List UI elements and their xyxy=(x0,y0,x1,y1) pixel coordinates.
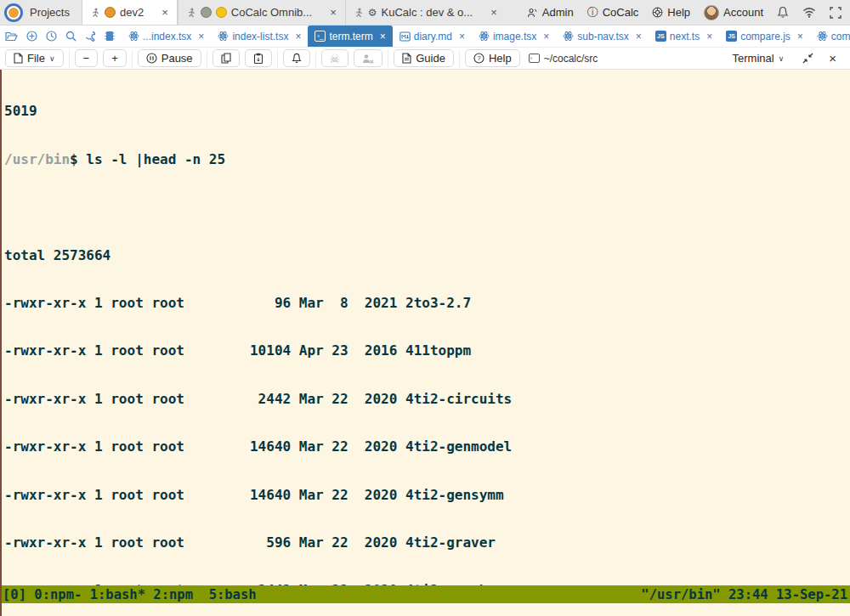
file-tab-diary-md[interactable]: diary.md × xyxy=(393,25,472,47)
file-menu-label: File xyxy=(27,52,45,65)
file-tab-next-ts[interactable]: next.ts × xyxy=(649,25,719,47)
help-label: Help xyxy=(489,52,512,65)
search-icon[interactable] xyxy=(65,31,76,42)
react-icon xyxy=(817,31,828,42)
terminal-frame: 5019 /usr/bin$ ls -l |head -n 25 total 2… xyxy=(0,70,850,616)
terminal-line: -rwxr-xr-x 1 root root 96 Mar 8 2021 2to… xyxy=(4,296,850,312)
bell-button[interactable] xyxy=(283,49,310,67)
pause-button[interactable]: Pause xyxy=(138,49,201,67)
terminal-line: -rwxr-xr-x 1 root root 2442 Mar 22 2020 … xyxy=(4,392,850,408)
close-icon[interactable]: × xyxy=(380,31,386,42)
help-link[interactable]: Help xyxy=(652,6,690,19)
file-tab-label: term.term xyxy=(329,31,372,42)
chevron-down-icon: ∨ xyxy=(779,54,785,63)
react-icon xyxy=(479,31,490,42)
help-button[interactable]: ? Help xyxy=(465,49,520,67)
fullscreen-icon[interactable] xyxy=(830,7,842,19)
terminal-path: ~/cocalc/src xyxy=(529,53,598,65)
people-icon xyxy=(527,8,538,18)
close-icon[interactable]: × xyxy=(636,31,642,42)
frame-toolbar: File ∨ − + Pause ☠ Guide ? Help ~/cocalc… xyxy=(0,48,850,70)
wifi-icon[interactable] xyxy=(802,7,816,18)
file-tab-image-tsx[interactable]: image.tsx × xyxy=(472,25,556,47)
terminal-line: -rwxr-xr-x 1 root root 14640 Mar 22 2020… xyxy=(4,439,850,455)
history-clock-icon[interactable] xyxy=(46,31,57,42)
server-chip-icon[interactable] xyxy=(105,31,115,42)
kill-button[interactable]: ☠ xyxy=(321,49,349,67)
frame-type-dropdown[interactable]: Terminal ∨ xyxy=(729,49,788,67)
cocalc-label: CoCalc xyxy=(603,6,639,19)
svg-text:?: ? xyxy=(477,54,481,62)
pause-icon xyxy=(146,53,157,64)
file-menu-button[interactable]: File ∨ xyxy=(5,49,64,67)
close-tab-icon[interactable]: × xyxy=(490,6,497,19)
toolbar-right: Terminal ∨ × xyxy=(729,49,845,67)
cocalc-info-link[interactable]: ⓘ CoCalc xyxy=(587,5,639,20)
file-tab-label: diary.md xyxy=(414,31,452,42)
file-icon xyxy=(14,53,23,64)
terminal-command-line: /usr/bin$ ls -l |head -n 25 xyxy=(4,152,850,168)
info-circle-icon: ⓘ xyxy=(587,5,598,20)
bell-icon[interactable] xyxy=(777,6,789,19)
file-tab-term-term[interactable]: term.term × xyxy=(308,25,392,47)
file-actions xyxy=(0,25,122,47)
file-tab-label: sub-nav.tsx xyxy=(577,31,628,42)
project-tab-dev2[interactable]: dev2 × xyxy=(82,0,178,25)
zoom-in-button[interactable]: + xyxy=(103,49,127,67)
project-tab-kucalc[interactable]: ⚙ KuCalc : dev & o... × xyxy=(345,0,506,25)
cocalc-logo-icon[interactable] xyxy=(4,3,23,22)
paste-button[interactable] xyxy=(245,49,272,67)
skull-icon: ☠ xyxy=(330,52,341,65)
js-file-icon xyxy=(655,31,666,42)
file-tabs-bar: ...index.tsx × index-list.tsx × term.ter… xyxy=(0,25,850,48)
close-icon[interactable]: × xyxy=(295,31,301,42)
file-tab-compare-tsx[interactable]: compare.tsx × xyxy=(810,25,850,47)
shrink-frame-icon[interactable] xyxy=(802,53,813,64)
file-tab-compare-js[interactable]: compare.js × xyxy=(719,25,810,47)
disconnect-users-button[interactable] xyxy=(354,49,382,67)
admin-label: Admin xyxy=(542,6,574,19)
close-tab-icon[interactable]: × xyxy=(162,6,168,19)
question-circle-icon: ? xyxy=(473,53,484,64)
file-tab-sub-nav[interactable]: sub-nav.tsx × xyxy=(556,25,648,47)
account-link[interactable]: Account xyxy=(704,5,763,20)
close-icon[interactable]: × xyxy=(543,31,549,42)
file-tab-index-tsx[interactable]: ...index.tsx × xyxy=(122,25,211,47)
terminal[interactable]: 5019 /usr/bin$ ls -l |head -n 25 total 2… xyxy=(2,70,850,585)
terminal-line xyxy=(4,200,850,216)
guide-button[interactable]: Guide xyxy=(394,49,454,67)
terminal-icon xyxy=(529,54,540,63)
close-icon[interactable]: × xyxy=(797,31,803,42)
copy-button[interactable] xyxy=(212,49,240,67)
react-icon xyxy=(128,31,139,42)
guide-file-icon xyxy=(402,53,411,64)
admin-link[interactable]: Admin xyxy=(527,6,574,19)
paste-icon xyxy=(253,53,264,64)
project-tab-cocalc-omnibus[interactable]: CoCalc Omnib... × xyxy=(178,0,345,25)
close-tab-icon[interactable]: × xyxy=(330,6,337,19)
running-user-icon xyxy=(354,8,364,18)
terminal-line: -rwxr-xr-x 1 root root 596 Mar 22 2020 4… xyxy=(4,535,850,551)
terminal-line: 5019 xyxy=(4,104,850,120)
file-tab-label: compare.js xyxy=(740,31,790,42)
chevron-down-icon: ∨ xyxy=(49,54,55,63)
close-frame-icon[interactable]: × xyxy=(829,51,836,65)
close-icon[interactable]: × xyxy=(459,31,465,42)
running-user-icon xyxy=(187,8,196,18)
wrench-icon[interactable] xyxy=(85,31,96,42)
plus-circle-icon[interactable] xyxy=(26,31,37,42)
shell-prompt: /usr/bin xyxy=(4,151,70,167)
projects-tab[interactable]: Projects xyxy=(28,0,82,25)
file-tab-index-list[interactable]: index-list.tsx × xyxy=(211,25,308,47)
copy-icon xyxy=(221,53,231,64)
terminal-line: -rwxr-xr-x 1 root root 14640 Mar 22 2020… xyxy=(4,488,850,504)
smiley-emoji-icon xyxy=(216,7,227,18)
project-tab-label: dev2 xyxy=(120,6,144,19)
tmux-windows-list[interactable]: [0] 0:npm- 1:bash* 2:npm 5:bash xyxy=(3,587,257,602)
close-icon[interactable]: × xyxy=(198,31,204,42)
terminal-line: total 2573664 xyxy=(4,248,850,264)
zoom-out-button[interactable]: − xyxy=(75,49,99,67)
folder-icon[interactable] xyxy=(5,31,18,42)
account-label: Account xyxy=(723,6,763,19)
close-icon[interactable]: × xyxy=(706,31,712,42)
